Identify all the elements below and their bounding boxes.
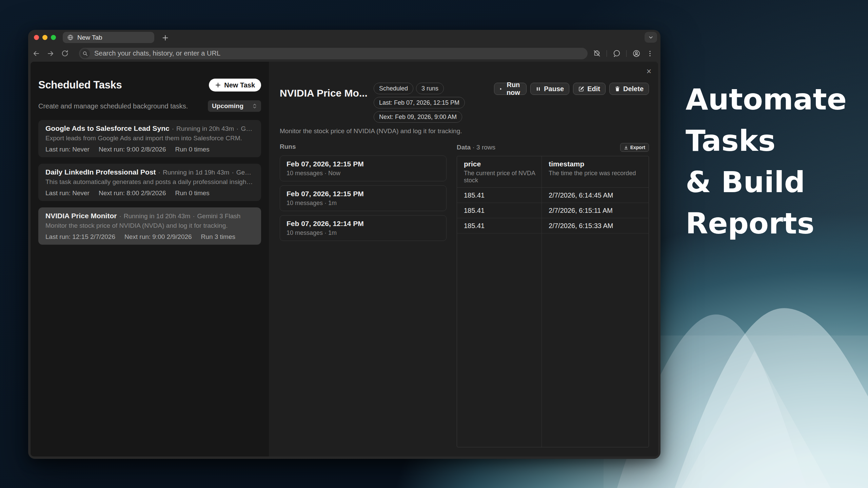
plus-icon [215, 82, 221, 88]
run-card[interactable]: Feb 07, 2026, 12:14 PM10 messages · 1m [280, 215, 447, 241]
new-tab-button[interactable] [160, 33, 170, 43]
filler-cell [542, 233, 549, 447]
edit-icon [578, 86, 584, 92]
task-model: Gemini 3 Flash [241, 125, 254, 132]
browser-tab[interactable]: New Tab [63, 32, 154, 43]
tasks-subtitle: Create and manage scheduled background t… [38, 102, 188, 110]
table-header: price The current price of NVDA stock ti… [457, 156, 649, 188]
separator: · [117, 212, 123, 220]
page-title: Scheduled Tasks [38, 79, 122, 91]
export-button[interactable]: Export [620, 143, 649, 152]
page-content: Scheduled Tasks New Task Create and mana… [31, 62, 658, 456]
column-description: The current price of NVDA stock [464, 170, 536, 184]
pause-button[interactable]: Pause [530, 83, 569, 95]
task-card[interactable]: Daily LinkedIn Professional Post·Running… [38, 164, 261, 201]
globe-icon [67, 34, 74, 41]
separator: · [156, 169, 163, 176]
status-badge: Next: Feb 09, 2026, 9:00 AM [374, 111, 462, 123]
task-schedule: Running in 1d 19h 43m [163, 169, 229, 176]
badge-list: Scheduled3 runsLast: Feb 07, 2026, 12:15… [374, 83, 494, 123]
cell-price: 185.41 [457, 188, 542, 203]
status-badge: Scheduled [374, 83, 413, 94]
close-icon[interactable]: × [646, 67, 651, 76]
poster-headline: Automate Tasks & Build Reports [686, 79, 847, 244]
toolbar-actions [593, 49, 657, 58]
separator: · [170, 125, 176, 132]
poster-line: Automate [686, 79, 847, 120]
table-filler [457, 233, 649, 447]
close-window-button[interactable] [34, 35, 39, 40]
task-schedule: Running in 20h 43m [176, 125, 234, 132]
run-card[interactable]: Feb 07, 2026, 12:15 PM10 messages · Now [280, 156, 447, 181]
cell-timestamp: 2/7/2026, 6:15:33 AM [542, 218, 613, 233]
play-icon [499, 86, 502, 92]
task-schedule: Running in 1d 20h 43m [124, 212, 190, 220]
status-badge: Last: Feb 07, 2026, 12:15 PM [374, 97, 465, 108]
task-meta: Last run: 12:15 2/7/2026Next run: 9:00 2… [45, 233, 254, 241]
task-meta: Last run: NeverNext run: 8:00 2/9/2026Ru… [45, 189, 254, 197]
run-meta: 10 messages · Now [287, 169, 440, 177]
task-run-count: Run 3 times [201, 233, 235, 241]
search-icon [80, 49, 90, 58]
task-next-run: Next run: 8:00 2/9/2026 [99, 189, 166, 197]
poster-line: Reports [686, 203, 847, 244]
reload-button[interactable] [60, 48, 70, 59]
data-label: Data · 3 rows [457, 144, 495, 151]
run-timestamp: Feb 07, 2026, 12:15 PM [287, 160, 440, 168]
table-row: 185.412/7/2026, 6:14:45 AM [457, 188, 649, 203]
delete-button[interactable]: Delete [609, 83, 649, 95]
tab-title: New Tab [77, 34, 102, 41]
separator: · [229, 169, 236, 176]
download-icon [624, 145, 628, 150]
kebab-menu-icon[interactable] [646, 50, 654, 57]
task-actions: Run now Pause Edit Delete [494, 83, 649, 95]
task-name: Google Ads to Salesforce Lead Sync [45, 124, 170, 132]
chat-bubble-icon[interactable] [613, 49, 620, 57]
back-icon [32, 49, 40, 58]
pause-icon [536, 86, 541, 92]
browser-window: New Tab [28, 30, 660, 459]
edit-button[interactable]: Edit [573, 83, 606, 95]
run-meta: 10 messages · 1m [287, 199, 440, 207]
trash-icon [615, 86, 620, 92]
poster-line: Tasks [686, 120, 847, 161]
extensions-off-icon[interactable] [593, 49, 601, 57]
zoom-window-button[interactable] [51, 35, 56, 40]
task-meta: Last run: NeverNext run: 9:00 2/8/2026Ru… [45, 146, 254, 153]
window-chevron-button[interactable] [645, 32, 657, 43]
account-icon[interactable] [632, 49, 640, 58]
run-timestamp: Feb 07, 2026, 12:14 PM [287, 219, 440, 228]
task-detail-description: Monitor the stock price of NVIDIA (NVDA)… [269, 127, 658, 135]
task-title-row: Daily LinkedIn Professional Post·Running… [45, 168, 254, 177]
address-bar[interactable] [79, 48, 588, 59]
task-last-run: Last run: 12:15 2/7/2026 [45, 233, 115, 241]
separator: · [190, 212, 197, 220]
data-table: price The current price of NVDA stock ti… [457, 156, 649, 447]
task-model: Gemini 3 Flash [236, 169, 254, 176]
task-name: Daily LinkedIn Professional Post [45, 168, 156, 176]
table-row: 185.412/7/2026, 6:15:11 AM [457, 203, 649, 218]
task-card[interactable]: Google Ads to Salesforce Lead Sync·Runni… [38, 120, 261, 157]
task-name: NVIDIA Price Monitor [45, 212, 117, 220]
forward-button[interactable] [46, 48, 55, 59]
run-card[interactable]: Feb 07, 2026, 12:15 PM10 messages · 1m [280, 185, 447, 211]
search-input[interactable] [94, 49, 501, 57]
chevron-down-icon [648, 35, 654, 40]
run-meta: 10 messages · 1m [287, 229, 440, 237]
table-row: 185.412/7/2026, 6:15:33 AM [457, 218, 649, 233]
task-description: This task automatically generates and po… [45, 178, 254, 186]
back-button[interactable] [32, 48, 41, 59]
run-now-button[interactable]: Run now [494, 83, 527, 95]
column-description: The time the price was recorded [549, 170, 643, 177]
reload-icon [61, 49, 69, 57]
task-filter-select[interactable]: Upcoming [208, 100, 261, 112]
sort-icon [252, 103, 257, 109]
task-card[interactable]: NVIDIA Price Monitor·Running in 1d 20h 4… [38, 207, 261, 245]
forward-icon [46, 49, 55, 58]
task-model: Gemini 3 Flash [197, 212, 241, 220]
task-title-row: Google Ads to Salesforce Lead Sync·Runni… [45, 124, 254, 133]
minimize-window-button[interactable] [42, 35, 47, 40]
tab-bar: New Tab [28, 30, 660, 45]
new-task-button[interactable]: New Task [209, 79, 261, 92]
browser-toolbar [28, 45, 660, 62]
